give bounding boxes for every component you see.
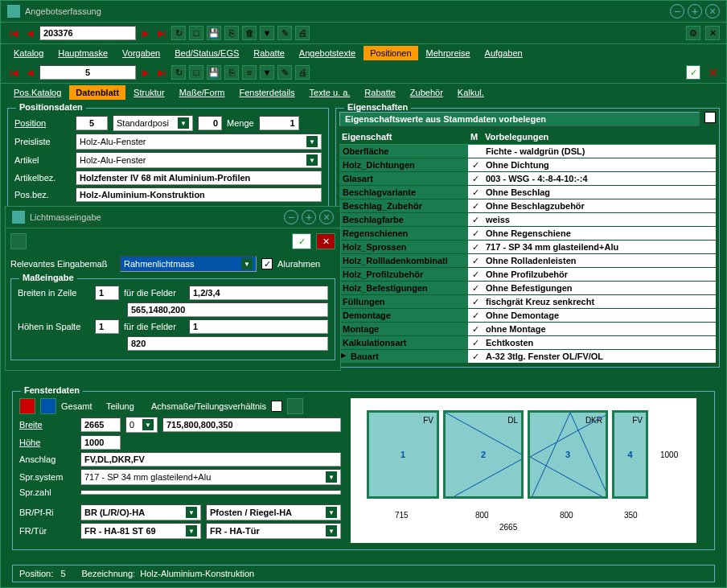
tab-rabatte[interactable]: Rabatte [358, 85, 402, 100]
refresh-icon[interactable]: ↻ [171, 26, 186, 40]
edit-icon[interactable]: ✎ [277, 26, 292, 40]
pfosten-select[interactable]: Pfosten / Riegel-HA▼ [206, 504, 341, 520]
hoehe-value[interactable]: 1000 [80, 435, 121, 450]
menu-vorgaben[interactable]: Vorgaben [116, 46, 166, 60]
nav-next-icon[interactable]: ▶ [139, 27, 152, 39]
tab-kalkul[interactable]: Kalkul. [451, 85, 491, 100]
settings-icon[interactable]: ⚙ [686, 26, 700, 40]
prop-row[interactable]: ▶Bauart✓A-32 3tlg. Fenster OL/FV/OL [339, 350, 716, 364]
tab-poskatalog[interactable]: Pos.Katalog [7, 85, 68, 100]
tab-texteua[interactable]: Texte u. a. [303, 85, 357, 100]
breite-teilung[interactable]: 715,800,800,350 [162, 417, 341, 432]
relevant-select[interactable]: Rahmenlichtmass▼ [120, 256, 257, 272]
anschlag-value[interactable]: FV,DL,DKR,FV [80, 452, 341, 467]
menu-aufgaben[interactable]: Aufgaben [479, 46, 529, 60]
sprosse-select[interactable]: 717 - SP 34 mm glasteilend+Alu▼ [80, 469, 341, 485]
menu-mehrpreise[interactable]: Mehrpreise [420, 46, 477, 60]
tab-struktur[interactable]: Struktur [127, 85, 171, 100]
position-input[interactable] [39, 65, 136, 80]
prop-row[interactable]: Demontage✓Ohne Demontage [339, 309, 716, 323]
prop-row[interactable]: Montage✓ohne Montage [339, 323, 716, 336]
minimize-button[interactable]: − [670, 4, 684, 19]
breiten-mass-value[interactable]: 565,1480,200 [127, 302, 328, 317]
sub-new-icon[interactable]: □ [189, 65, 203, 80]
prop-row[interactable]: Holz_Befestigungen✓Ohne Befestigungen [339, 282, 716, 295]
nav-last-icon[interactable]: ▶| [155, 27, 168, 39]
menu-positionen[interactable]: Positionen [364, 46, 417, 60]
tab-maeform[interactable]: Maße/Form [173, 85, 232, 100]
prop-row[interactable]: Holz_Rollladenkombinati✓Ohne Rolladenlei… [339, 254, 716, 268]
confirm-icon[interactable]: ✓ [686, 65, 700, 80]
hoehen-felder-value[interactable]: 1 [189, 319, 328, 334]
preisliste-select[interactable]: Holz-Alu-Fenster▼ [76, 134, 322, 150]
artikel-select[interactable]: Holz-Alu-Fenster▼ [76, 152, 322, 168]
dialog-tool-icon[interactable] [10, 233, 27, 249]
menge-value[interactable]: 1 [259, 116, 299, 130]
sub-print-icon[interactable]: 🖨 [295, 65, 310, 80]
prop-row[interactable]: Füllungen✓fischgrät Kreuz senkrecht [339, 295, 716, 309]
dialog-maximize-button[interactable]: + [302, 210, 316, 224]
breiten-value[interactable]: 1 [95, 286, 119, 300]
prop-row[interactable]: Regenschienen✓Ohne Regenschiene [339, 227, 716, 241]
fenster-tool-icon[interactable] [287, 398, 303, 414]
fenster-icon-2[interactable] [40, 398, 56, 414]
copy-icon[interactable]: ⎘ [224, 26, 239, 40]
dialog-minimize-button[interactable]: − [284, 210, 298, 224]
prop-row[interactable]: Holz_Dichtungen✓Ohne Dichtung [339, 158, 716, 172]
position-type-select[interactable]: Standardposi▼ [113, 115, 193, 131]
zero-field[interactable]: 0 [198, 116, 222, 130]
hoehen-value[interactable]: 1 [95, 319, 119, 334]
posbez-value[interactable]: Holz-Aluminium-Konstruktion [76, 187, 322, 202]
prop-row[interactable]: Glasart✓003 - WSG - 4:-8-4-10:-:4 [339, 172, 716, 186]
fenster-icon-1[interactable] [19, 398, 35, 414]
record-input[interactable] [39, 26, 136, 40]
close-button[interactable]: × [705, 4, 720, 19]
maximize-button[interactable]: + [688, 4, 702, 19]
brpfri-select[interactable]: BR (L/R/O)-HA▼ [80, 504, 201, 520]
sub-nav-last-icon[interactable]: ▶| [155, 66, 168, 79]
breite-offset-select[interactable]: 0▼ [125, 417, 158, 433]
prop-row[interactable]: Beschlagfarbe✓weiss [339, 213, 716, 227]
frtuer-select[interactable]: FR - HA-81 ST 69▼ [80, 523, 201, 539]
preset-checkbox[interactable] [704, 112, 716, 123]
sub-nav-first-icon[interactable]: |◀ [7, 66, 20, 79]
menu-katalog[interactable]: Katalog [7, 46, 50, 60]
sub-nav-next-icon[interactable]: ▶ [139, 66, 152, 79]
achsmasse-checkbox[interactable] [271, 401, 282, 412]
frhatuer-select[interactable]: FR - HA-Tür▼ [206, 523, 341, 539]
position-value[interactable]: 5 [76, 116, 108, 130]
breiten-felder-value[interactable]: 1,2/3,4 [189, 286, 328, 300]
sub-filter-icon[interactable]: ▼ [260, 65, 274, 80]
tab-datenblatt[interactable]: Datenblatt [69, 85, 125, 100]
tab-zubehr[interactable]: Zubehör [404, 85, 450, 100]
preset-button[interactable]: Eigenschaftswerte aus Stammdaten vorbele… [339, 112, 700, 126]
sub-save-icon[interactable]: 💾 [207, 65, 221, 80]
nav-first-icon[interactable]: |◀ [7, 27, 20, 39]
tab-fensterdetails[interactable]: Fensterdetails [232, 85, 301, 100]
dialog-confirm-icon[interactable]: ✓ [292, 233, 311, 249]
nav-prev-icon[interactable]: ◀ [23, 27, 36, 39]
filter-icon[interactable]: ▼ [260, 26, 274, 40]
save-icon[interactable]: 💾 [207, 26, 221, 40]
prop-row[interactable]: Holz_Sprossen✓717 - SP 34 mm glasteilend… [339, 241, 716, 254]
prop-row[interactable]: Beschlag_Zubehör✓Ohne Beschlagzubehör [339, 199, 716, 213]
sub-copy-icon[interactable]: ⎘ [224, 65, 239, 80]
sub-edit-icon[interactable]: ✎ [277, 65, 292, 80]
menu-rabatte[interactable]: Rabatte [247, 46, 291, 60]
breite-value[interactable]: 2665 [80, 417, 121, 432]
alurahmen-checkbox[interactable]: ✓ [261, 258, 273, 269]
new-icon[interactable]: □ [189, 26, 203, 40]
tools-icon[interactable]: ✕ [705, 26, 720, 40]
print-icon[interactable]: 🖨 [295, 26, 310, 40]
cancel-icon[interactable]: ✕ [705, 65, 720, 80]
prop-row[interactable]: OberflächeFichte - waldgrün (DSL) [339, 145, 716, 158]
prop-row[interactable]: Holz_Profilzubehör✓Ohne Profilzubehör [339, 268, 716, 282]
menu-angebotstexte[interactable]: Angebotstexte [293, 46, 362, 60]
sub-nav-prev-icon[interactable]: ◀ [23, 66, 36, 79]
dialog-cancel-icon[interactable]: ✕ [316, 233, 335, 249]
hoehen-mass-value[interactable]: 820 [127, 336, 328, 351]
menu-hauptmaske[interactable]: Hauptmaske [51, 46, 114, 60]
sub-list-icon[interactable]: ≡ [242, 65, 257, 80]
sprzahl-value[interactable] [80, 490, 341, 495]
dialog-close-button[interactable]: × [319, 210, 334, 224]
